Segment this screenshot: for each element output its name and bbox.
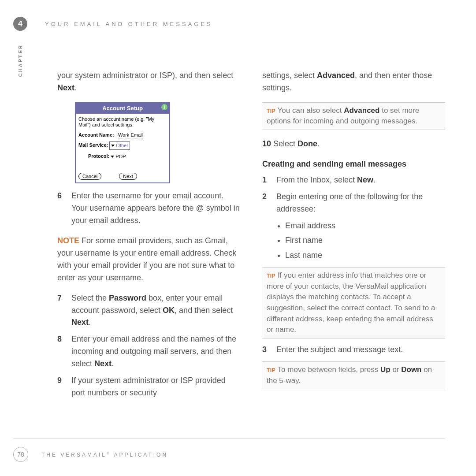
protocol-value: POP [115,153,126,160]
text: or [390,365,402,374]
step-text: Enter your email address and the names o… [71,333,240,370]
mail-service-label: Mail Service: [78,142,108,148]
account-name-value[interactable]: Work Email [118,132,143,138]
step-9: 9 If your system administrator or ISP pr… [57,375,240,399]
text: your system administrator or ISP), and t… [57,71,233,80]
bold-advanced: Advanced [344,106,379,115]
bold-password: Password [109,294,146,302]
chapter-number-badge: 4 [13,17,27,31]
addressee-bullets: Email address First name Last name [275,220,445,262]
left-column: your system administrator or ISP), and t… [57,62,240,404]
step-text: Select the Password box, enter your emai… [71,292,240,329]
protocol-dropdown[interactable]: POP [111,153,126,160]
text: . [373,175,376,184]
screenshot-title-text: Account Setup [102,105,143,112]
bullet-item: First name [285,234,445,247]
chapter-side-label: CHAPTER [18,44,23,77]
tip-box-3: TIP To move between fields, press Up or … [262,361,445,389]
bold-next: Next [57,83,74,92]
substep-1: 1 From the Inbox, select New. [262,174,445,186]
intro-paragraph: your system administrator or ISP), and t… [57,70,240,94]
registered-icon: ® [107,451,111,455]
footer-title: THE VERSAMAIL® APPLICATION [41,451,168,458]
account-name-row: Account Name: Work Email [78,131,167,139]
substep-2: 2 Begin entering one of the following fo… [262,191,445,216]
screenshot-titlebar: Account Setup i [76,103,169,114]
bold-done: Done [298,139,317,148]
text: . [89,318,91,327]
step-7: 7 Select the Password box, enter your em… [57,292,240,329]
tip-box-1: TIP You can also select Advanced to set … [262,102,445,130]
account-setup-screenshot: Account Setup i Choose an account name (… [75,102,170,184]
step-8: 8 Enter your email address and the names… [57,333,240,370]
bold-ok: OK [163,306,175,315]
note-paragraph: NOTE For some email providers, such as G… [57,235,240,284]
step-number: 7 [57,292,71,329]
tip-text: If you enter address info that matches o… [267,271,435,334]
bold-advanced: Advanced [317,71,355,80]
tip-label: TIP [267,108,275,114]
step-10: 10 Select Done. [262,138,445,150]
header-title: YOUR EMAIL AND OTHER MESSAGES [45,21,213,27]
step-text: Begin entering one of the following for … [276,191,445,216]
mail-service-dropdown[interactable]: Other [109,141,130,150]
protocol-label: Protocol: [88,153,109,159]
chevron-down-icon [111,156,114,158]
screenshot-body: Choose an account name (e.g. "My Mail") … [76,114,169,183]
bullet-item: Email address [285,220,445,232]
bold-new: New [357,175,373,184]
bullet-item: Last name [285,249,445,262]
bold-down: Down [401,365,421,374]
info-icon[interactable]: i [161,104,167,110]
text: Select [271,139,298,148]
note-text: For some email providers, such as Gmail,… [57,236,236,282]
substep-3: 3 Enter the subject and message text. [262,344,445,356]
screenshot-hint: Choose an account name (e.g. "My Mail") … [78,116,167,128]
page-header: 4 YOUR EMAIL AND OTHER MESSAGES [13,17,213,31]
text: . [74,83,77,92]
section-heading: Creating and sending email messages [262,158,445,171]
account-name-label: Account Name: [78,132,114,138]
step-6: 6 Enter the username for your email acco… [57,190,240,227]
cancel-button[interactable]: Cancel [78,173,101,180]
tip-box-2: TIP If you enter address info that match… [262,267,445,338]
protocol-row: Protocol: POP [78,152,167,160]
step-number: 9 [57,375,71,399]
mail-service-value: Other [116,142,128,149]
tip-label: TIP [267,273,275,279]
text: . [112,359,114,368]
page-number-badge: 78 [13,447,28,462]
step-text: Enter the username for your email accoun… [71,190,240,227]
step-number: 6 [57,190,71,227]
step-number: 10 [262,139,271,148]
continuation-paragraph: settings, select Advanced, and then ente… [262,70,445,94]
text: APPLICATION [111,452,168,458]
bold-next: Next [71,318,89,327]
text: You can also select [275,106,344,115]
step-number: 8 [57,333,71,370]
next-button[interactable]: Next [119,173,137,180]
main-content: your system administrator or ISP), and t… [57,62,445,404]
bold-up: Up [380,365,390,374]
note-label: NOTE [57,236,79,245]
step-number: 2 [262,191,276,216]
step-number: 1 [262,174,276,186]
step-text: Enter the subject and message text. [276,344,403,356]
tip-label: TIP [267,367,275,373]
bold-next: Next [94,359,112,368]
step-number: 3 [262,344,276,356]
step-text: If your system administrator or ISP prov… [71,375,240,399]
text: Select the [71,294,109,302]
right-column: settings, select Advanced, and then ente… [262,62,445,404]
text: . [317,139,320,148]
mail-service-row: Mail Service: Other [78,141,167,150]
text: To move between fields, press [275,365,380,374]
text: THE VERSAMAIL [41,452,107,458]
footer-divider [13,438,445,439]
chevron-down-icon [111,145,115,147]
page-footer: 78 THE VERSAMAIL® APPLICATION [13,447,168,462]
text: , and then select [175,306,233,315]
text: settings, select [262,71,317,80]
step-text: From the Inbox, select New. [276,174,376,186]
text: From the Inbox, select [276,175,357,184]
